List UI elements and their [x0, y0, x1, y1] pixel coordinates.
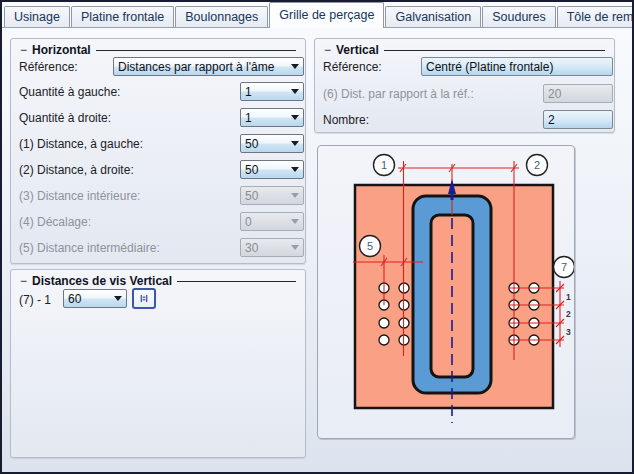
reference-v-label: Référence:	[323, 60, 382, 74]
group-horizontal-title: − Horizontal	[20, 43, 296, 57]
dist-to-ref-label: (6) Dist. par rapport à la réf.:	[323, 87, 474, 101]
chevron-down-icon	[291, 64, 299, 69]
qty-left-combobox[interactable]: 1	[240, 82, 304, 101]
qty-left-value: 1	[245, 85, 288, 99]
diagram-panel: 1 2 5 7 1 2 3	[317, 145, 575, 439]
count-value: 2	[548, 113, 608, 127]
tab-tole-de-remplissage[interactable]: Tôle de remplissage	[557, 6, 634, 27]
qty-right-combobox[interactable]: 1	[240, 108, 304, 127]
group-vertical-title: − Vertical	[324, 43, 605, 57]
callout-5: 5	[367, 240, 373, 252]
screw-distance-1-label: (7) - 1	[19, 293, 51, 307]
tab-usinage[interactable]: Usinage	[4, 6, 70, 27]
collapse-icon[interactable]: −	[20, 45, 27, 55]
title-rule	[96, 50, 296, 51]
callout-1: 1	[381, 159, 387, 171]
offset-label: (4) Décalage:	[19, 215, 91, 229]
chevron-down-icon	[291, 245, 299, 250]
chevron-down-icon	[114, 296, 122, 301]
dist-intermediate-combobox: 30	[240, 238, 304, 257]
group-title-text: Vertical	[336, 43, 379, 57]
spacing-labels: 1 2 3	[566, 292, 571, 337]
row-screw-distance-1: (7) - 1	[19, 290, 301, 310]
dist-right-label: (2) Distance, à droite:	[19, 163, 134, 177]
dist-inner-label: (3) Distance intérieure:	[19, 189, 140, 203]
dist-intermediate-value: 30	[245, 241, 288, 255]
tab-grille-de-percage[interactable]: Grille de perçage	[269, 2, 384, 28]
hole-grid-preview: 1 2 5 7 1 2 3	[318, 146, 574, 438]
reference-v-value: Centré (Platine frontale)	[426, 60, 608, 74]
dist-left-value: 50	[245, 137, 288, 151]
chevron-down-icon	[291, 141, 299, 146]
tab-bar: Usinage Platine frontale Boulonnages Gri…	[2, 2, 632, 28]
dist-right-combobox[interactable]: 50	[240, 160, 304, 179]
qty-right-label: Quantité à droite:	[19, 111, 111, 125]
qty-left-label: Quantité à gauche:	[19, 85, 120, 99]
equal-spacing-icon	[140, 292, 148, 305]
group-screw-distances: − Distances de vis Vertical (7) - 1 60	[10, 269, 306, 458]
reference-v-combobox[interactable]: Centré (Platine frontale)	[421, 57, 613, 76]
dist-left-label: (1) Distance, à gauche:	[19, 137, 143, 151]
chevron-down-icon	[291, 89, 299, 94]
reference-value: Distances par rapport à l'âme	[118, 60, 288, 74]
dist-left-combobox[interactable]: 50	[240, 134, 304, 153]
tab-platine-frontale[interactable]: Platine frontale	[71, 6, 174, 27]
reference-combobox[interactable]: Distances par rapport à l'âme	[113, 57, 304, 76]
dist-inner-value: 50	[245, 189, 288, 203]
dist-intermediate-label: (5) Distance intermédiaire:	[19, 241, 160, 255]
hole-grid-dialog: Usinage Platine frontale Boulonnages Gri…	[0, 0, 634, 474]
collapse-icon[interactable]: −	[20, 276, 27, 286]
group-horizontal: − Horizontal Référence: Distances par ra…	[10, 38, 306, 264]
spacing-label-3: 3	[566, 327, 571, 337]
count-field[interactable]: 2	[543, 110, 613, 129]
equal-spacing-button[interactable]	[132, 288, 156, 309]
offset-combobox: 0	[240, 212, 304, 231]
count-label: Nombre:	[323, 113, 369, 127]
spacing-label-2: 2	[566, 309, 571, 319]
reference-label: Référence:	[19, 60, 78, 74]
chevron-down-icon	[291, 115, 299, 120]
group-title-text: Distances de vis Vertical	[32, 274, 172, 288]
qty-right-value: 1	[245, 111, 288, 125]
title-rule	[384, 50, 605, 51]
title-rule	[177, 281, 296, 282]
dist-inner-combobox: 50	[240, 186, 304, 205]
group-vertical: − Vertical Référence: Centré (Platine fr…	[314, 38, 615, 133]
group-title-text: Horizontal	[32, 43, 91, 57]
chevron-down-icon	[291, 219, 299, 224]
group-screw-distances-title: − Distances de vis Vertical	[20, 274, 296, 288]
tab-boulonnages[interactable]: Boulonnages	[175, 6, 268, 27]
dist-to-ref-field: 20	[543, 84, 613, 103]
dist-to-ref-value: 20	[548, 87, 608, 101]
screw-distance-1-value: 60	[68, 292, 111, 306]
chevron-down-icon	[291, 193, 299, 198]
collapse-icon[interactable]: −	[324, 45, 331, 55]
screw-distance-1-combobox[interactable]: 60	[63, 289, 127, 308]
offset-value: 0	[245, 215, 288, 229]
chevron-down-icon	[291, 167, 299, 172]
callout-2: 2	[534, 159, 540, 171]
spacing-label-1: 1	[566, 292, 571, 302]
tab-galvanisation[interactable]: Galvanisation	[385, 6, 481, 27]
tab-soudures[interactable]: Soudures	[482, 6, 556, 27]
callout-7: 7	[561, 261, 567, 273]
dist-right-value: 50	[245, 163, 288, 177]
